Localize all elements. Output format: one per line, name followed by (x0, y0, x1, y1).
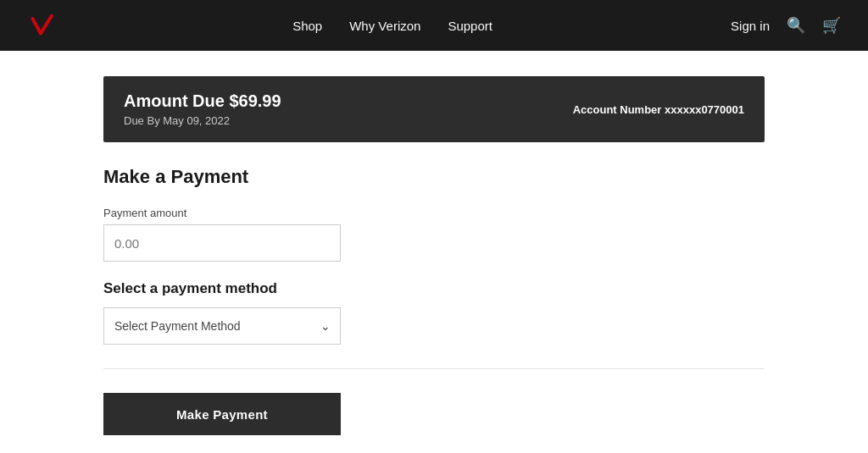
due-date: Due By May 09, 2022 (124, 114, 281, 127)
amount-due-left: Amount Due $69.99 Due By May 09, 2022 (124, 91, 281, 127)
payment-select-wrapper: Select Payment Method Credit Card Debit … (103, 307, 341, 345)
nav-why-verizon[interactable]: Why Verizon (349, 19, 420, 33)
main-content: Amount Due $69.99 Due By May 09, 2022 Ac… (86, 51, 782, 453)
header-actions: Sign in 🔍 🛒 (731, 16, 841, 35)
logo[interactable] (27, 12, 54, 39)
payment-method-select[interactable]: Select Payment Method Credit Card Debit … (103, 307, 341, 345)
account-number-prefix: Account Number (573, 103, 665, 116)
main-nav: Shop Why Verizon Support (292, 19, 492, 33)
nav-support[interactable]: Support (448, 19, 492, 33)
sign-in-link[interactable]: Sign in (731, 19, 770, 33)
search-icon[interactable]: 🔍 (787, 16, 805, 35)
select-method-label: Select a payment method (103, 280, 765, 297)
account-number: Account Number xxxxxx0770001 (573, 103, 744, 116)
amount-due-banner: Amount Due $69.99 Due By May 09, 2022 Ac… (103, 76, 765, 142)
cart-icon[interactable]: 🛒 (822, 16, 841, 35)
payment-amount-input[interactable] (103, 224, 341, 262)
payment-method-group: Select a payment method Select Payment M… (103, 280, 765, 345)
make-payment-button[interactable]: Make Payment (103, 393, 341, 435)
main-header: Shop Why Verizon Support Sign in 🔍 🛒 (0, 0, 868, 51)
page-title: Make a Payment (103, 166, 765, 188)
payment-amount-group: Payment amount (103, 207, 765, 262)
payment-amount-label: Payment amount (103, 207, 765, 219)
account-number-value: xxxxxx0770001 (665, 103, 744, 116)
nav-shop[interactable]: Shop (292, 19, 322, 33)
section-divider (103, 368, 765, 369)
amount-due-title: Amount Due $69.99 (124, 91, 281, 111)
